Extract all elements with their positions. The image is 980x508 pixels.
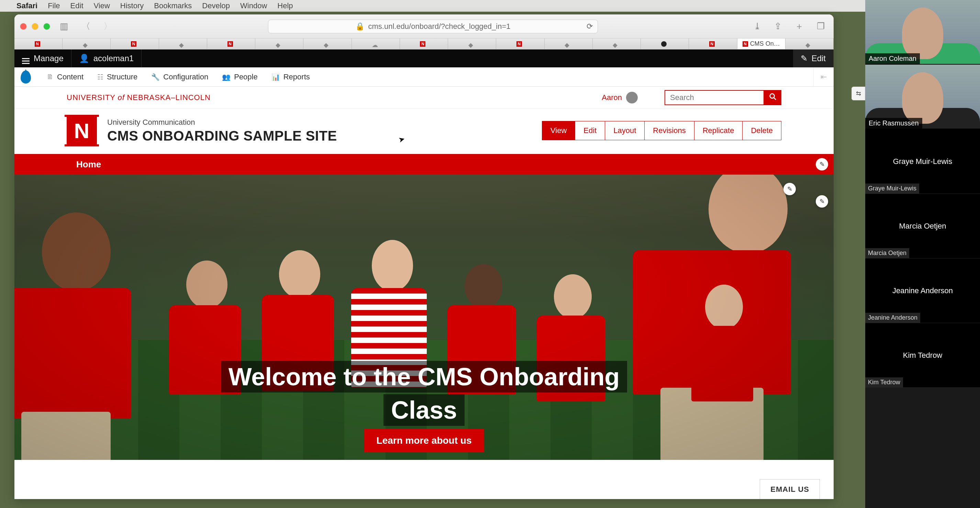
page-tab-revisions[interactable]: Revisions bbox=[644, 121, 694, 140]
structure-icon: ☷ bbox=[97, 73, 103, 81]
participant-name-tag: Eric Rasmussen bbox=[865, 118, 922, 129]
admin-user-link[interactable]: 👤 acoleman1 bbox=[72, 49, 142, 67]
browser-tab[interactable]: ◆ bbox=[255, 38, 304, 49]
safari-tab-strip: N ◆ N ◆ N ◆ ◆ ☁ N ◆ N ◆ ◆ N NCMS On… ◆ bbox=[14, 38, 834, 49]
page-tab-delete[interactable]: Delete bbox=[742, 121, 781, 140]
admin-menu-structure[interactable]: ☷Structure bbox=[91, 67, 144, 86]
browser-tab[interactable]: ◆ bbox=[545, 38, 593, 49]
admin-menu-reports[interactable]: 📊Reports bbox=[264, 67, 317, 86]
browser-tab[interactable]: N bbox=[14, 38, 62, 49]
site-title: CMS ONBOARDING SAMPLE SITE bbox=[107, 128, 337, 144]
user-icon: 👤 bbox=[79, 54, 89, 63]
wrench-icon: 🔧 bbox=[151, 73, 160, 81]
search-button[interactable] bbox=[764, 90, 781, 105]
menu-window[interactable]: Window bbox=[240, 2, 267, 10]
url-text: cms.unl.edu/onboard/?check_logged_in=1 bbox=[368, 22, 510, 31]
browser-tab[interactable] bbox=[641, 38, 689, 49]
window-minimize-button[interactable] bbox=[32, 23, 38, 30]
zoom-name-tile[interactable]: Jeanine Anderson Jeanine Anderson bbox=[865, 258, 980, 323]
edit-toggle[interactable]: ✎ Edit bbox=[793, 49, 834, 67]
menu-develop[interactable]: Develop bbox=[202, 2, 230, 10]
zoom-name-tile[interactable]: Kim Tedrow Kim Tedrow bbox=[865, 323, 980, 388]
safari-window: ▥ 〈 〉 🔒 cms.unl.edu/onboard/?check_logge… bbox=[14, 14, 834, 499]
zoom-video-tile[interactable]: Eric Rasmussen bbox=[865, 65, 980, 129]
reload-icon[interactable]: ⟳ bbox=[587, 22, 593, 31]
tab-label: CMS On… bbox=[750, 40, 780, 48]
hamburger-icon bbox=[22, 58, 30, 59]
browser-tab[interactable]: ◆ bbox=[448, 38, 496, 49]
participant-name-tag: Aaron Coleman bbox=[865, 53, 920, 64]
department-name: University Communication bbox=[107, 118, 337, 127]
app-name[interactable]: Safari bbox=[16, 2, 37, 10]
email-us-tab[interactable]: EMAIL US bbox=[760, 479, 820, 499]
zoom-name-tile[interactable]: Graye Muir-Lewis Graye Muir-Lewis bbox=[865, 129, 980, 194]
menu-edit[interactable]: Edit bbox=[70, 2, 83, 10]
page-tab-view[interactable]: View bbox=[542, 121, 575, 140]
browser-tab[interactable]: ☁ bbox=[352, 38, 400, 49]
hero-cta-button[interactable]: Learn more about us bbox=[364, 429, 484, 452]
sidebar-toggle-icon[interactable]: ▥ bbox=[56, 19, 72, 33]
lock-icon: 🔒 bbox=[355, 22, 364, 31]
zoom-name-tile[interactable]: Marcia Oetjen Marcia Oetjen bbox=[865, 194, 980, 258]
user-avatar[interactable] bbox=[626, 92, 638, 104]
page-tab-edit[interactable]: Edit bbox=[575, 121, 605, 140]
search-input[interactable] bbox=[665, 90, 764, 105]
site-title-row: N University Communication CMS ONBOARDIN… bbox=[14, 108, 834, 154]
reports-icon: 📊 bbox=[272, 73, 280, 81]
browser-tab[interactable]: N bbox=[111, 38, 159, 49]
browser-tab[interactable]: ◆ bbox=[593, 38, 641, 49]
nav-home[interactable]: Home bbox=[76, 159, 101, 170]
safari-toolbar: ▥ 〈 〉 🔒 cms.unl.edu/onboard/?check_logge… bbox=[14, 14, 834, 38]
zoom-collapse-icon[interactable]: ⇆ bbox=[851, 87, 865, 100]
browser-tab[interactable]: ◆ bbox=[786, 38, 834, 49]
browser-tab-active[interactable]: NCMS On… bbox=[737, 38, 786, 49]
contextual-edit-icon[interactable]: ✎ bbox=[816, 158, 828, 170]
menu-history[interactable]: History bbox=[120, 2, 144, 10]
page-tab-layout[interactable]: Layout bbox=[605, 121, 644, 140]
browser-tab[interactable]: N bbox=[207, 38, 255, 49]
browser-tab[interactable]: ◆ bbox=[159, 38, 207, 49]
page-tab-replicate[interactable]: Replicate bbox=[694, 121, 743, 140]
browser-tab[interactable]: ◆ bbox=[304, 38, 352, 49]
contextual-edit-icon[interactable]: ✎ bbox=[816, 195, 828, 208]
browser-tab[interactable]: ◆ bbox=[62, 38, 111, 49]
menu-help[interactable]: Help bbox=[277, 2, 293, 10]
browser-tab[interactable]: N bbox=[400, 38, 448, 49]
logged-in-user-link[interactable]: Aaron bbox=[602, 93, 622, 102]
forward-button[interactable]: 〉 bbox=[100, 19, 116, 34]
zoom-video-tile[interactable]: Aaron Coleman bbox=[865, 0, 980, 65]
menu-file[interactable]: File bbox=[48, 2, 60, 10]
content-icon: 🗎 bbox=[47, 73, 54, 81]
admin-menu-people[interactable]: 👥People bbox=[215, 67, 264, 86]
drupal-logo-icon[interactable] bbox=[21, 70, 34, 83]
admin-menu-configuration[interactable]: 🔧Configuration bbox=[144, 67, 215, 86]
tab-overview-icon[interactable]: ❐ bbox=[813, 19, 828, 33]
drupal-admin-bar: Manage 👤 acoleman1 ✎ Edit bbox=[14, 49, 834, 67]
downloads-icon[interactable]: ⤓ bbox=[750, 19, 765, 33]
page-local-tasks: View Edit Layout Revisions Replicate Del… bbox=[542, 121, 781, 140]
back-button[interactable]: 〈 bbox=[78, 19, 94, 34]
university-wordmark[interactable]: UNIVERSITY of NEBRASKA–LINCOLN bbox=[67, 93, 211, 102]
macos-menubar: Safari File Edit View History Bookmarks … bbox=[0, 0, 980, 12]
pencil-icon: ✎ bbox=[801, 54, 808, 63]
drupal-admin-menu: 🗎Content ☷Structure 🔧Configuration 👥Peop… bbox=[14, 67, 834, 87]
manage-toggle[interactable]: Manage bbox=[14, 49, 72, 67]
new-tab-button[interactable]: ＋ bbox=[791, 19, 807, 34]
menu-bookmarks[interactable]: Bookmarks bbox=[154, 2, 192, 10]
edit-label: Edit bbox=[811, 54, 826, 63]
window-close-button[interactable] bbox=[20, 23, 27, 30]
nebraska-n-logo[interactable]: N bbox=[67, 115, 97, 146]
svg-point-0 bbox=[770, 94, 775, 98]
window-zoom-button[interactable] bbox=[43, 23, 50, 30]
contextual-edit-icon[interactable]: ✎ bbox=[783, 183, 796, 195]
primary-nav: Home ✎ bbox=[14, 154, 834, 175]
url-bar[interactable]: 🔒 cms.unl.edu/onboard/?check_logged_in=1… bbox=[268, 19, 598, 33]
orientation-toggle-icon[interactable]: ⇤ bbox=[813, 67, 834, 86]
admin-menu-content[interactable]: 🗎Content bbox=[40, 67, 91, 86]
share-icon[interactable]: ⇪ bbox=[771, 19, 785, 33]
browser-tab[interactable]: N bbox=[496, 38, 544, 49]
admin-username: acoleman1 bbox=[94, 54, 134, 63]
browser-tab[interactable]: N bbox=[689, 38, 737, 49]
menu-view[interactable]: View bbox=[94, 2, 110, 10]
svg-line-1 bbox=[774, 97, 776, 99]
